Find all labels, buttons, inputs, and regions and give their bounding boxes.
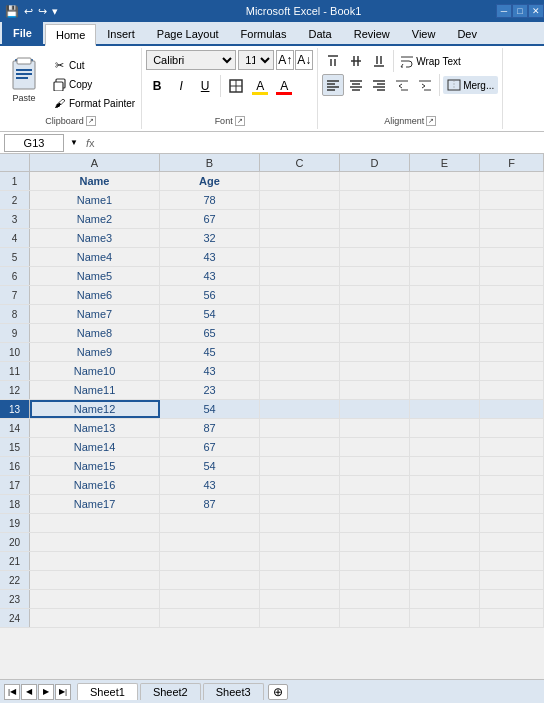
grid-cell[interactable] bbox=[340, 210, 410, 228]
row-number[interactable]: 14 bbox=[0, 419, 30, 437]
grid-cell[interactable]: Name14 bbox=[30, 438, 160, 456]
row-number[interactable]: 18 bbox=[0, 495, 30, 513]
grid-cell[interactable] bbox=[480, 438, 544, 456]
grid-cell[interactable] bbox=[260, 590, 340, 608]
underline-button[interactable]: U bbox=[194, 75, 216, 97]
grid-cell[interactable] bbox=[260, 172, 340, 190]
grid-cell[interactable] bbox=[480, 381, 544, 399]
grid-cell[interactable] bbox=[410, 229, 480, 247]
grid-cell[interactable] bbox=[480, 590, 544, 608]
row-number[interactable]: 11 bbox=[0, 362, 30, 380]
grid-cell[interactable] bbox=[260, 419, 340, 437]
row-number[interactable]: 1 bbox=[0, 172, 30, 190]
paste-button[interactable]: Paste bbox=[2, 52, 46, 108]
grid-cell[interactable] bbox=[260, 438, 340, 456]
tab-home[interactable]: Home bbox=[45, 24, 96, 46]
grid-cell[interactable] bbox=[340, 476, 410, 494]
col-header-d[interactable]: D bbox=[340, 154, 410, 171]
grid-cell[interactable] bbox=[410, 533, 480, 551]
table-row[interactable]: 8Name754 bbox=[0, 305, 544, 324]
grid-cell[interactable] bbox=[480, 419, 544, 437]
grid-cell[interactable]: 67 bbox=[160, 210, 260, 228]
grid-cell[interactable] bbox=[410, 438, 480, 456]
grid-cell[interactable] bbox=[480, 305, 544, 323]
grid-cell[interactable] bbox=[340, 590, 410, 608]
corner-cell[interactable] bbox=[0, 154, 30, 171]
add-sheet-btn[interactable]: ⊕ bbox=[268, 684, 288, 700]
grid-cell[interactable] bbox=[260, 324, 340, 342]
grid-cell[interactable]: Name11 bbox=[30, 381, 160, 399]
grid-cell[interactable] bbox=[260, 210, 340, 228]
table-row[interactable]: 12Name1123 bbox=[0, 381, 544, 400]
grid-cell[interactable] bbox=[340, 267, 410, 285]
row-number[interactable]: 5 bbox=[0, 248, 30, 266]
grid-cell[interactable]: 32 bbox=[160, 229, 260, 247]
grid-cell[interactable]: Name2 bbox=[30, 210, 160, 228]
border-button[interactable] bbox=[225, 75, 247, 97]
grid-cell[interactable] bbox=[260, 286, 340, 304]
table-row[interactable]: 18Name1787 bbox=[0, 495, 544, 514]
tab-insert[interactable]: Insert bbox=[96, 22, 146, 44]
grid-cell[interactable] bbox=[480, 248, 544, 266]
grid-cell[interactable]: Name5 bbox=[30, 267, 160, 285]
grid-cell[interactable] bbox=[410, 457, 480, 475]
grid-cell[interactable] bbox=[480, 229, 544, 247]
grid-cell[interactable] bbox=[410, 172, 480, 190]
font-color-button[interactable]: A bbox=[273, 75, 295, 97]
grid-cell[interactable] bbox=[260, 609, 340, 627]
format-painter-button[interactable]: 🖌 Format Painter bbox=[48, 94, 139, 112]
table-row[interactable]: 5Name443 bbox=[0, 248, 544, 267]
grid-cell[interactable] bbox=[340, 609, 410, 627]
grid-cell[interactable] bbox=[160, 533, 260, 551]
col-header-e[interactable]: E bbox=[410, 154, 480, 171]
table-row[interactable]: 11Name1043 bbox=[0, 362, 544, 381]
table-row[interactable]: 6Name543 bbox=[0, 267, 544, 286]
sheet-tab-sheet3[interactable]: Sheet3 bbox=[203, 683, 264, 700]
tab-developer[interactable]: Dev bbox=[446, 22, 488, 44]
grid-cell[interactable] bbox=[340, 172, 410, 190]
table-row[interactable]: 24 bbox=[0, 609, 544, 628]
row-number[interactable]: 16 bbox=[0, 457, 30, 475]
row-number[interactable]: 15 bbox=[0, 438, 30, 456]
table-row[interactable]: 19 bbox=[0, 514, 544, 533]
grid-cell[interactable] bbox=[480, 514, 544, 532]
grid-cell[interactable]: 87 bbox=[160, 495, 260, 513]
grid-cell[interactable] bbox=[410, 286, 480, 304]
merge-cells-button[interactable]: Merg... bbox=[443, 76, 498, 94]
sheet-last-btn[interactable]: ▶| bbox=[55, 684, 71, 700]
font-size-select[interactable]: 11 bbox=[238, 50, 274, 70]
grid-cell[interactable] bbox=[410, 514, 480, 532]
undo-quick-btn[interactable]: ↩ bbox=[23, 4, 34, 19]
table-row[interactable]: 1NameAge bbox=[0, 172, 544, 191]
customize-quick-btn[interactable]: ▾ bbox=[51, 4, 59, 19]
cell-reference-input[interactable] bbox=[4, 134, 64, 152]
row-number[interactable]: 13 bbox=[0, 400, 30, 418]
grid-cell[interactable] bbox=[480, 324, 544, 342]
grid-cell[interactable] bbox=[260, 400, 340, 418]
row-number[interactable]: 8 bbox=[0, 305, 30, 323]
grid-cell[interactable] bbox=[410, 400, 480, 418]
row-number[interactable]: 3 bbox=[0, 210, 30, 228]
table-row[interactable]: 10Name945 bbox=[0, 343, 544, 362]
grid-cell[interactable] bbox=[340, 400, 410, 418]
formula-expand-btn[interactable]: ▼ bbox=[68, 137, 80, 149]
tab-page-layout[interactable]: Page Layout bbox=[146, 22, 230, 44]
grid-cell[interactable]: Name7 bbox=[30, 305, 160, 323]
grid-cell[interactable] bbox=[480, 343, 544, 361]
align-middle-btn[interactable] bbox=[345, 50, 367, 72]
grid-cell[interactable] bbox=[410, 476, 480, 494]
save-quick-btn[interactable]: 💾 bbox=[4, 4, 20, 19]
wrap-text-button[interactable]: Wrap Text bbox=[397, 52, 464, 70]
grid-cell[interactable] bbox=[260, 476, 340, 494]
sheet-tab-sheet2[interactable]: Sheet2 bbox=[140, 683, 201, 700]
clipboard-expander[interactable]: ↗ bbox=[86, 116, 96, 126]
font-increase-btn[interactable]: A↑ bbox=[276, 50, 294, 70]
grid-cell[interactable] bbox=[480, 533, 544, 551]
grid-cell[interactable] bbox=[410, 571, 480, 589]
row-number[interactable]: 17 bbox=[0, 476, 30, 494]
grid-cell[interactable] bbox=[410, 381, 480, 399]
decrease-indent-btn[interactable] bbox=[391, 74, 413, 96]
grid-cell[interactable] bbox=[410, 248, 480, 266]
grid-cell[interactable] bbox=[340, 324, 410, 342]
grid-cell[interactable]: Name8 bbox=[30, 324, 160, 342]
